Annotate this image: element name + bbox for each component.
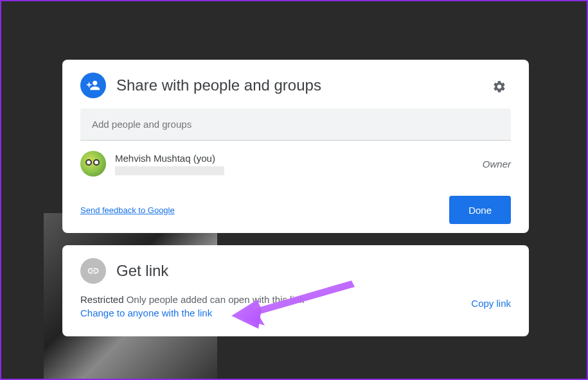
share-footer: Send feedback to Google Done: [80, 196, 511, 224]
change-link[interactable]: Change to anyone with the link: [80, 307, 458, 318]
person-row: Mehvish Mushtaq (you) Owner: [80, 151, 511, 177]
copy-link-button[interactable]: Copy link: [471, 294, 511, 309]
share-dialog: Share with people and groups Mehvish Mus…: [62, 60, 529, 233]
person-info: Mehvish Mushtaq (you): [115, 153, 474, 175]
person-add-icon: [80, 73, 106, 98]
get-link-card: Get link Restricted Only people added ca…: [62, 245, 529, 336]
add-people-input[interactable]: [80, 108, 511, 141]
restricted-line: Restricted Only people added can open wi…: [80, 294, 458, 305]
person-name: Mehvish Mushtaq (you): [115, 153, 474, 164]
restricted-label: Restricted: [80, 294, 124, 305]
restricted-desc: Only people added can open with this lin…: [127, 294, 305, 305]
link-left: Restricted Only people added can open wi…: [80, 294, 458, 318]
settings-button[interactable]: [488, 75, 511, 98]
link-icon: [80, 258, 106, 284]
avatar: [80, 151, 106, 177]
gear-icon: [492, 80, 506, 94]
share-header: Share with people and groups: [80, 73, 511, 98]
link-body: Restricted Only people added can open wi…: [80, 294, 511, 318]
feedback-link[interactable]: Send feedback to Google: [80, 205, 175, 215]
done-button[interactable]: Done: [449, 196, 511, 224]
link-header: Get link: [80, 258, 511, 284]
person-email-redacted: [115, 166, 224, 175]
share-title: Share with people and groups: [116, 76, 321, 94]
role-label: Owner: [483, 159, 511, 169]
link-title: Get link: [116, 262, 168, 280]
